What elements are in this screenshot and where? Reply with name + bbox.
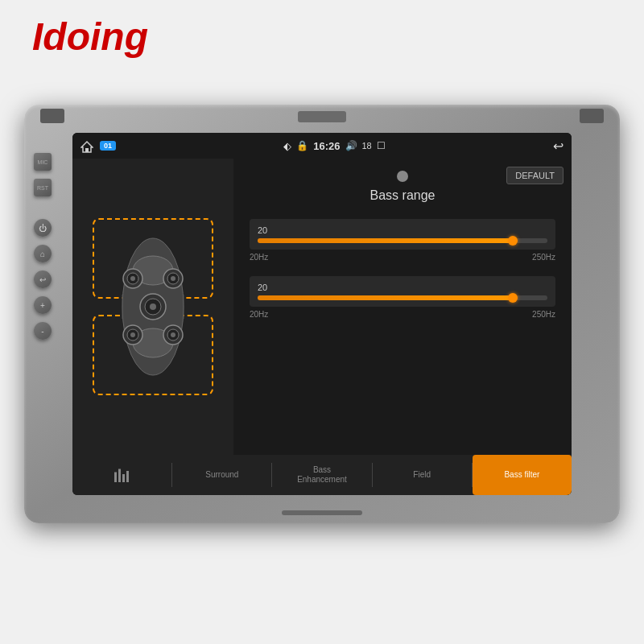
nav-item-surround[interactable]: Surround [172,455,271,495]
shell-connector-left [40,109,64,123]
battery-display: 18 [362,141,372,151]
home-side-button[interactable]: ⌂ [34,245,52,262]
slider-1-max-label: 250Hz [532,253,555,262]
slider-2-thumb[interactable] [508,293,518,303]
time-display: 16:26 [313,140,340,152]
slider-1-min-label: 20Hz [250,253,268,262]
shell-connector-right [580,109,604,123]
nav-item-field[interactable]: Field [373,455,472,495]
slider-2-container: 20 [250,276,555,307]
bluetooth-icon: ⬖ [283,140,291,152]
mic-button[interactable]: MIC [34,153,52,171]
slider-1-value: 20 [258,225,547,235]
slider-1-container: 20 [250,219,555,250]
slider-2-min-label: 20Hz [250,310,268,319]
default-button[interactable]: DEFAULT [506,167,564,184]
svg-point-10 [171,276,175,281]
car-container [89,202,217,411]
notification-badge: 01 [100,141,116,151]
car-image [113,226,193,387]
head-unit-shell: MIC RST ⏻ ⌂ ↩ + - [24,105,620,523]
main-content: DEFAULT Bass range 20 [72,159,572,455]
svg-rect-24 [122,474,125,482]
svg-rect-23 [118,469,121,482]
vol-down-button[interactable]: - [34,322,52,340]
side-buttons: MIC RST ⏻ ⌂ ↩ + - [34,153,52,340]
equalizer-icon [114,468,131,482]
status-right: ↩ [553,138,564,154]
nav-item-equalizer[interactable] [72,455,171,495]
power-button[interactable]: ⏻ [34,219,52,237]
nav-item-bass-filter[interactable]: Bass filter [473,455,572,495]
slider-2-fill [258,295,513,300]
section-title: Bass range [250,188,555,203]
slider-2-labels: 20Hz 250Hz [250,310,555,319]
shell-top-bar [298,111,346,122]
svg-point-7 [130,276,135,281]
svg-rect-22 [114,473,117,482]
status-left: 01 [80,140,116,151]
svg-point-13 [130,332,135,337]
nav-bass-filter-label: Bass filter [504,470,539,480]
slider-2-section: 20 20Hz 250Hz [250,276,555,319]
slider-1-track[interactable] [258,238,547,243]
nav-field-label: Field [413,470,431,480]
svg-rect-1 [85,148,89,152]
lock-icon: 🔒 [296,140,308,151]
vol-up-button[interactable]: + [34,296,52,314]
svg-point-19 [150,303,156,310]
rst-button[interactable]: RST [34,179,52,196]
slider-1-fill [258,238,513,243]
bottom-nav: Surround Bass Enhancement Field Bass fil… [72,455,572,495]
slider-2-value: 20 [258,283,547,292]
home-icon[interactable] [80,140,93,151]
nav-surround-label: Surround [205,470,238,480]
back-icon[interactable]: ↩ [553,138,564,154]
svg-point-16 [171,332,175,337]
right-panel: DEFAULT Bass range 20 [233,159,572,455]
status-bar: 01 ⬖ 🔒 16:26 🔊 18 ☐ ↩ [72,133,572,159]
slider-1-labels: 20Hz 250Hz [250,253,555,262]
center-indicator [397,171,408,182]
speaker-diagram [72,159,233,455]
volume-icon: 🔊 [345,140,357,151]
main-screen: 01 ⬖ 🔒 16:26 🔊 18 ☐ ↩ [72,133,572,495]
brand-logo: Idoing [32,14,148,59]
nav-bass-enhancement-label: Bass Enhancement [297,465,347,485]
slider-2-max-label: 250Hz [532,310,555,319]
back-side-button[interactable]: ↩ [34,270,52,288]
shell-bottom-bar [282,510,362,515]
status-center: ⬖ 🔒 16:26 🔊 18 ☐ [283,140,386,152]
slider-1-thumb[interactable] [508,236,518,246]
svg-rect-25 [126,471,129,482]
slider-1-section: 20 20Hz 250Hz [250,219,555,262]
screen-icon: ☐ [377,140,386,151]
nav-item-bass-enhancement[interactable]: Bass Enhancement [272,455,371,495]
slider-2-track[interactable] [258,295,547,300]
